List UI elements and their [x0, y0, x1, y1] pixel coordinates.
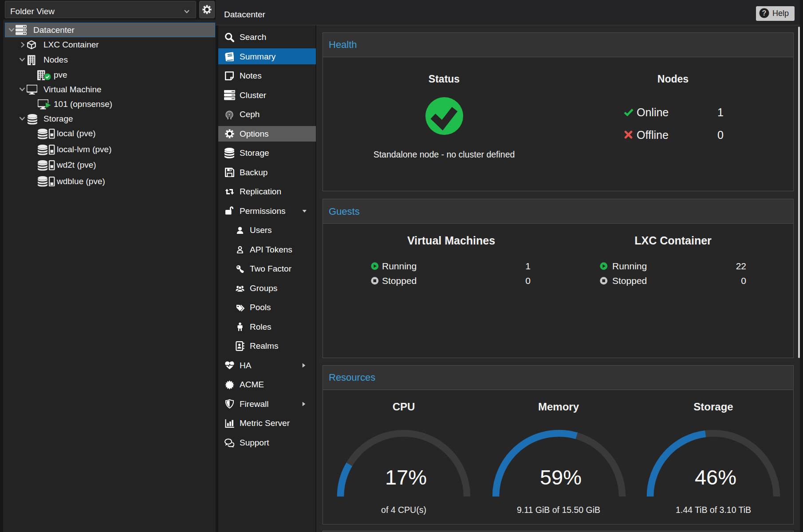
svg-text:?: ?: [762, 9, 766, 17]
